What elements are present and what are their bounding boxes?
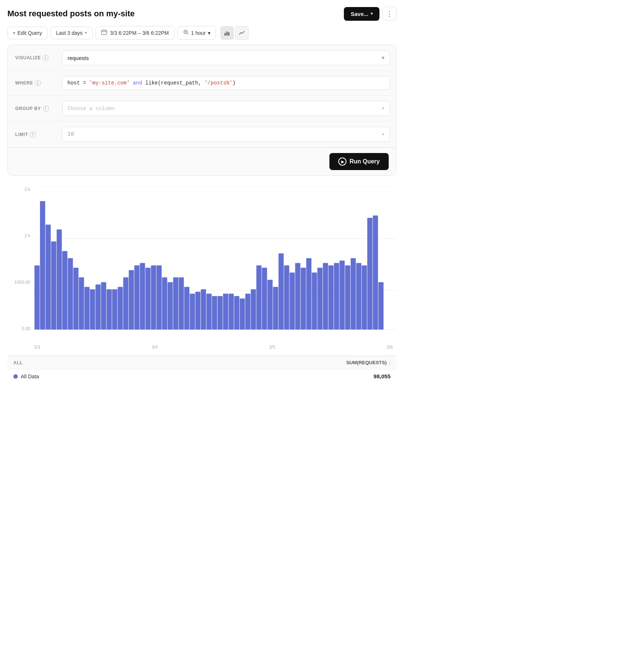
more-options-button[interactable]: ⋮ [382,7,396,21]
y-label-2k: 2 k [24,233,30,238]
page-header: Most requested posts on my-site Save... … [0,0,404,26]
all-data-row: All Data 98,055 [7,369,396,383]
svg-rect-40 [206,294,212,330]
svg-rect-15 [68,258,73,330]
all-data-left: All Data [13,374,39,379]
svg-rect-64 [339,260,345,329]
chart-container: 3 k 2 k 1000.00 0.00 [7,187,396,342]
svg-rect-58 [306,258,311,330]
limit-field: 10 ▾ [56,122,396,147]
svg-rect-11 [46,225,51,329]
svg-rect-57 [301,268,306,330]
bar-chart-view-button[interactable] [220,26,234,40]
group-by-label: GROUP BY i [8,106,56,112]
svg-rect-12 [51,242,56,330]
svg-rect-62 [328,265,333,329]
run-query-button[interactable]: ▶ Run Query [329,153,389,170]
x-label-34: 3/4 [152,345,158,350]
svg-rect-42 [218,296,223,329]
svg-rect-66 [351,258,356,330]
svg-rect-21 [101,282,106,329]
chart-body [34,187,396,342]
y-label-1k: 1000.00 [14,280,30,285]
svg-rect-32 [162,277,167,329]
svg-rect-33 [167,282,173,329]
group-by-row: GROUP BY i Choose a column ▾ [8,96,396,122]
svg-rect-50 [262,268,267,330]
line-chart-view-button[interactable] [235,26,249,40]
visualize-row: VISUALIZE i requests ▾ [8,45,396,71]
group-by-select[interactable]: Choose a column ▾ [62,101,390,116]
chevron-down-icon: ▾ [13,30,15,36]
svg-rect-60 [317,268,322,330]
svg-rect-25 [123,277,129,329]
svg-rect-65 [345,265,350,329]
more-icon: ⋮ [386,10,393,18]
svg-rect-59 [312,273,317,330]
svg-rect-70 [373,216,378,330]
svg-rect-35 [179,277,184,329]
svg-rect-20 [96,285,101,330]
summary-section: ALL SUM(REQUESTS) ↓ All Data 98,055 [0,356,404,383]
all-data-label: All Data [21,374,39,379]
visualize-label: VISUALIZE i [8,55,56,61]
svg-rect-53 [279,253,284,330]
limit-row: LIMIT i 10 ▾ [8,122,396,147]
date-picker-button[interactable]: 3/3 6:22PM – 3/6 6:22PM [96,26,175,40]
visualize-info-icon[interactable]: i [43,55,49,61]
limit-select[interactable]: 10 ▾ [62,127,390,142]
svg-rect-23 [112,289,117,330]
group-by-field: Choose a column ▾ [56,96,396,121]
interval-button[interactable]: 1 hour ▾ [177,26,216,40]
interval-label: 1 hour [191,30,206,36]
svg-rect-34 [173,277,178,329]
svg-rect-36 [184,287,189,329]
svg-rect-37 [190,294,195,330]
limit-info-icon[interactable]: i [30,132,36,137]
visualize-value: requests [67,55,89,61]
all-data-value: 98,055 [374,373,391,379]
sum-col: SUM(REQUESTS) ↓ [346,360,391,365]
date-range-button[interactable]: Last 3 days ▾ [50,27,93,39]
where-field: host = 'my-site.com' and like(request_pa… [56,71,396,95]
save-label: Save... [351,11,368,17]
where-input[interactable]: host = 'my-site.com' and like(request_pa… [62,76,390,90]
x-label-35: 3/5 [269,345,275,350]
svg-rect-56 [295,263,301,330]
svg-rect-17 [79,277,84,329]
svg-rect-19 [90,289,95,330]
svg-rect-28 [140,263,145,330]
group-by-placeholder: Choose a column [68,106,114,112]
zoom-icon [183,29,189,36]
svg-rect-9 [34,265,40,329]
svg-rect-26 [129,270,134,329]
all-label: ALL [13,360,23,365]
where-info-icon[interactable]: i [35,80,41,86]
svg-rect-4 [228,32,229,36]
run-query-label: Run Query [349,158,380,165]
svg-rect-51 [268,280,273,330]
edit-query-label: Edit Query [17,30,42,36]
svg-rect-3 [226,31,228,36]
svg-rect-24 [118,287,123,329]
date-start-end: 3/3 6:22PM – 3/6 6:22PM [110,30,169,36]
chevron-down-icon: ▾ [208,30,210,36]
svg-rect-71 [378,282,384,329]
y-label-3k: 3 k [24,187,30,192]
where-row: WHERE i host = 'my-site.com' and like(re… [8,71,396,96]
sort-down-icon[interactable]: ↓ [389,361,391,365]
save-button[interactable]: Save... ▾ [344,7,379,21]
svg-rect-55 [290,273,295,330]
group-by-info-icon[interactable]: i [43,106,49,112]
svg-rect-30 [151,265,156,329]
svg-rect-46 [240,299,245,330]
edit-query-button[interactable]: ▾ Edit Query [7,27,47,39]
svg-rect-0 [102,30,107,35]
svg-rect-14 [62,251,67,329]
chevron-down-icon: ▾ [381,131,385,138]
svg-rect-43 [223,294,228,330]
svg-rect-48 [251,289,256,330]
svg-rect-63 [334,263,339,330]
svg-rect-41 [212,296,217,329]
visualize-select[interactable]: requests ▾ [62,50,390,65]
